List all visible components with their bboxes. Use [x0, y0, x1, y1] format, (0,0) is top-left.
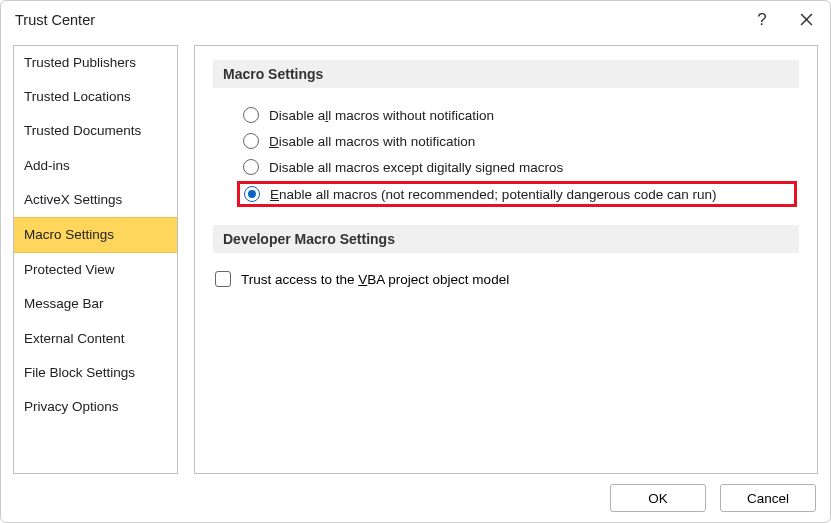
- ok-label: OK: [648, 491, 668, 506]
- titlebar: Trust Center ?: [1, 1, 830, 39]
- sidebar-item-label: Trusted Publishers: [24, 55, 136, 70]
- sidebar-item-label: ActiveX Settings: [24, 192, 122, 207]
- radio-option-0[interactable]: Disable all macros without notification: [237, 102, 799, 128]
- checkbox-label: Trust access to the VBA project object m…: [241, 272, 509, 287]
- sidebar-item-label: Protected View: [24, 262, 115, 277]
- radio-icon: [243, 133, 259, 149]
- radio-group-macro: Disable all macros without notificationD…: [213, 102, 799, 207]
- sidebar-item-label: External Content: [24, 331, 125, 346]
- sidebar-item-trusted-documents[interactable]: Trusted Documents: [14, 114, 177, 148]
- section-header-macro-settings: Macro Settings: [213, 60, 799, 88]
- sidebar-item-label: Trusted Documents: [24, 123, 141, 138]
- cancel-button[interactable]: Cancel: [720, 484, 816, 512]
- radio-label: Disable all macros except digitally sign…: [269, 160, 563, 175]
- sidebar-item-trusted-publishers[interactable]: Trusted Publishers: [14, 46, 177, 80]
- radio-option-1[interactable]: Disable all macros with notification: [237, 128, 799, 154]
- radio-label: Enable all macros (not recommended; pote…: [270, 187, 717, 202]
- sidebar: Trusted PublishersTrusted LocationsTrust…: [13, 45, 178, 474]
- sidebar-item-label: Message Bar: [24, 296, 104, 311]
- content-panel: Macro Settings Disable all macros withou…: [194, 45, 818, 474]
- sidebar-item-label: Privacy Options: [24, 399, 119, 414]
- sidebar-item-add-ins[interactable]: Add-ins: [14, 149, 177, 183]
- cancel-label: Cancel: [747, 491, 789, 506]
- sidebar-item-label: Macro Settings: [24, 227, 114, 242]
- help-icon[interactable]: ?: [752, 10, 772, 30]
- radio-icon: [243, 107, 259, 123]
- sidebar-item-message-bar[interactable]: Message Bar: [14, 287, 177, 321]
- radio-label: Disable all macros without notification: [269, 108, 494, 123]
- sidebar-item-file-block-settings[interactable]: File Block Settings: [14, 356, 177, 390]
- sidebar-item-external-content[interactable]: External Content: [14, 322, 177, 356]
- section-header-developer: Developer Macro Settings: [213, 225, 799, 253]
- radio-label: Disable all macros with notification: [269, 134, 475, 149]
- radio-icon: [244, 186, 260, 202]
- radio-option-2[interactable]: Disable all macros except digitally sign…: [237, 154, 799, 180]
- ok-button[interactable]: OK: [610, 484, 706, 512]
- main-area: Trusted PublishersTrusted LocationsTrust…: [13, 45, 818, 474]
- sidebar-item-protected-view[interactable]: Protected View: [14, 253, 177, 287]
- radio-option-3[interactable]: Enable all macros (not recommended; pote…: [237, 181, 797, 207]
- sidebar-item-trusted-locations[interactable]: Trusted Locations: [14, 80, 177, 114]
- radio-icon: [243, 159, 259, 175]
- sidebar-item-macro-settings[interactable]: Macro Settings: [14, 217, 177, 253]
- sidebar-item-label: File Block Settings: [24, 365, 135, 380]
- checkbox-vba-access[interactable]: Trust access to the VBA project object m…: [213, 267, 799, 287]
- dialog-title: Trust Center: [15, 12, 95, 28]
- sidebar-item-privacy-options[interactable]: Privacy Options: [14, 390, 177, 424]
- checkbox-icon: [215, 271, 231, 287]
- sidebar-item-activex-settings[interactable]: ActiveX Settings: [14, 183, 177, 217]
- dialog-footer: OK Cancel: [610, 484, 816, 512]
- sidebar-item-label: Add-ins: [24, 158, 70, 173]
- close-icon[interactable]: [796, 9, 816, 29]
- sidebar-item-label: Trusted Locations: [24, 89, 131, 104]
